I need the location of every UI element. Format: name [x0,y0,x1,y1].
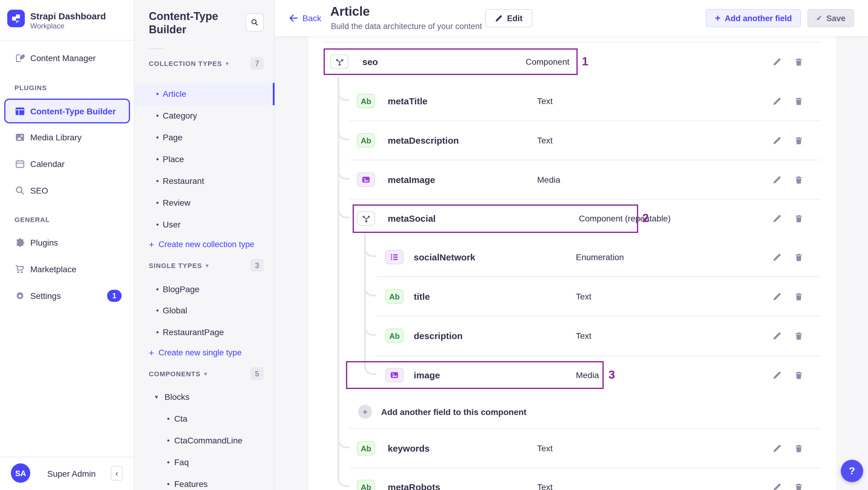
sidebar-item-plugins[interactable]: Plugins [0,237,134,249]
collection-type-review[interactable]: • Review [134,196,275,209]
avatar[interactable]: SA [11,463,30,483]
divider [0,40,134,40]
picture-icon [14,132,25,143]
edit-field-button[interactable] [771,291,782,302]
collection-type-category[interactable]: • Category [134,109,275,122]
delete-field-button[interactable] [793,443,804,454]
help-button[interactable]: ? [841,460,863,482]
page-subtitle: Build the data architecture of your cont… [331,22,482,31]
delete-field-button[interactable] [793,291,804,302]
field-row-seo: seo Component [309,49,836,75]
text-field-icon: Ab [357,441,375,456]
field-type: Text [537,96,553,106]
field-row-metasocial: metaSocial Component (repeatable) [309,205,836,232]
edit-field-button[interactable] [771,443,782,454]
edit-field-button[interactable] [771,330,782,341]
search-button[interactable] [246,13,264,31]
delete-field-button[interactable] [793,330,804,341]
components-header[interactable]: COMPONENTS ▾ [149,369,207,379]
app-title: Strapi Dashboard [30,11,106,21]
delete-field-button[interactable] [793,135,804,146]
single-types-header[interactable]: SINGLE TYPES ▾ [149,261,209,270]
text-field-icon: Ab [357,480,375,490]
add-another-field-button[interactable]: + Add another field [706,9,801,27]
divider [0,457,134,457]
component-ctacommandline[interactable]: • CtaCommandLine [134,434,275,447]
delete-field-button[interactable] [793,252,804,263]
field-row-keywords: Ab keywords Text [309,435,836,462]
delete-field-button[interactable] [793,96,804,106]
plugins-section-label: PLUGINS [14,84,47,91]
component-cta[interactable]: • Cta [134,412,275,425]
edit-field-button[interactable] [771,370,782,380]
divider [376,316,821,316]
collection-type-user[interactable]: • User [134,218,275,231]
add-field-to-component-button[interactable]: + [358,405,372,419]
sidebar-item-media-library[interactable]: Media Library [0,131,134,143]
arrow-left-icon [288,13,299,24]
settings-badge: 1 [107,290,122,302]
delete-field-button[interactable] [793,174,804,185]
field-row-title: Ab title Text [309,283,836,310]
edit-field-button[interactable] [771,213,782,224]
add-field-to-component-label[interactable]: Add another field to this component [381,407,527,417]
field-type: Text [576,331,591,341]
edit-field-button[interactable] [771,252,782,263]
save-button[interactable]: ✓ Save [807,9,854,27]
collection-type-place[interactable]: • Place [134,152,275,166]
delete-field-button[interactable] [793,56,804,67]
collection-type-article[interactable]: • Article [134,87,275,100]
sidebar-item-seo[interactable]: SEO [0,184,134,196]
sidebar-item-content-manager[interactable]: Content Manager [0,52,134,64]
annotation-number-2: 2 [642,212,649,225]
edit-field-button[interactable] [771,482,782,490]
field-name: metaRobots [388,482,440,490]
field-name: metaSocial [388,213,435,223]
layout-grid-icon [14,106,25,117]
back-link[interactable]: Back [288,13,321,24]
edit-field-button[interactable] [771,96,782,106]
field-type: Component [526,57,569,66]
main-sidebar: Strapi Dashboard Workplace Content Manag… [0,0,134,490]
field-name: metaImage [388,175,435,185]
collection-types-header[interactable]: COLLECTION TYPES ▾ [149,59,229,68]
field-row-socialnetwork: socialNetwork Enumeration [309,244,836,270]
single-types-count: 3 [250,259,264,272]
sidebar-item-calendar[interactable]: Calendar [0,158,134,170]
component-group-blocks[interactable]: ▾ Blocks [134,390,275,403]
field-row-image: image Media [309,362,836,388]
divider [350,160,821,160]
divider [350,428,821,429]
edit-field-button[interactable] [771,56,782,67]
field-name: metaTitle [388,96,427,106]
text-field-icon: Ab [385,329,403,343]
field-name: socialNetwork [414,252,475,262]
field-type: Component (repeatable) [579,214,671,223]
edit-field-button[interactable] [771,174,782,185]
divider [376,276,821,277]
single-type-blogpage[interactable]: • BlogPage [134,282,275,296]
component-icon [357,211,375,226]
field-name: image [414,370,440,380]
calendar-icon [14,158,25,170]
delete-field-button[interactable] [793,482,804,490]
create-collection-type-link[interactable]: + Create new collection type [134,238,275,251]
strapi-logo-icon[interactable] [7,10,25,27]
component-faq[interactable]: • Faq [134,456,275,469]
edit-button[interactable]: Edit [485,9,532,27]
search-icon [250,18,259,27]
edit-field-button[interactable] [771,135,782,146]
pen-icon [14,53,25,63]
single-type-global[interactable]: • Global [134,304,275,317]
collection-type-page[interactable]: • Page [134,131,275,144]
delete-field-button[interactable] [793,370,804,380]
collection-type-restaurant[interactable]: • Restaurant [134,174,275,187]
sidebar-item-marketplace[interactable]: Marketplace [0,263,134,275]
sidebar-item-content-type-builder[interactable]: Content-Type Builder [0,105,134,117]
component-features[interactable]: • Features [134,477,275,490]
single-type-restaurantpage[interactable]: • RestaurantPage [134,326,275,339]
collapse-sidebar-button[interactable]: ‹ [111,466,123,481]
create-single-type-link[interactable]: + Create new single type [134,346,275,359]
sidebar-item-settings[interactable]: Settings 1 [0,290,134,302]
delete-field-button[interactable] [793,213,804,224]
